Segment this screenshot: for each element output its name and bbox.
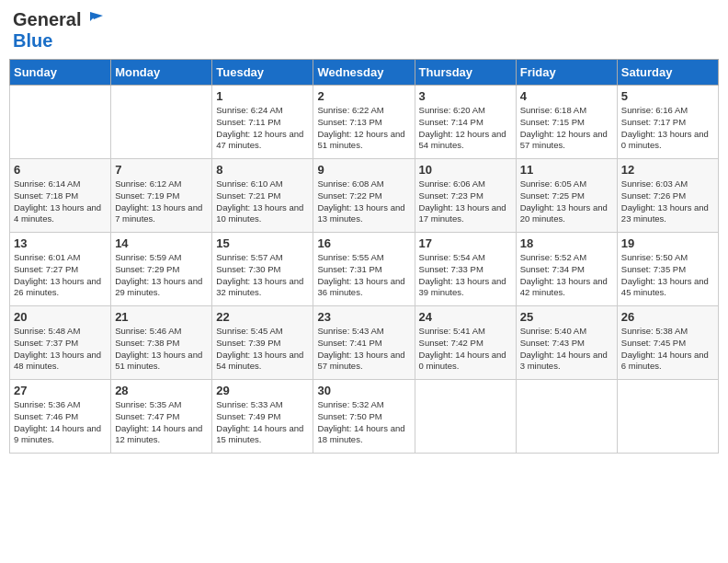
day-info: Sunrise: 6:05 AM Sunset: 7:25 PM Dayligh…: [520, 178, 613, 225]
day-info: Sunrise: 6:24 AM Sunset: 7:11 PM Dayligh…: [216, 105, 309, 152]
day-number: 3: [419, 89, 512, 103]
day-number: 16: [317, 236, 410, 250]
day-info: Sunrise: 5:46 AM Sunset: 7:38 PM Dayligh…: [115, 326, 208, 373]
day-info: Sunrise: 6:18 AM Sunset: 7:15 PM Dayligh…: [520, 105, 613, 152]
calendar-cell: 29Sunrise: 5:33 AM Sunset: 7:49 PM Dayli…: [212, 380, 313, 454]
calendar-cell: 17Sunrise: 5:54 AM Sunset: 7:33 PM Dayli…: [415, 233, 516, 306]
day-number: 4: [520, 89, 613, 103]
day-number: 8: [216, 163, 309, 177]
calendar-cell: 12Sunrise: 6:03 AM Sunset: 7:26 PM Dayli…: [617, 159, 718, 233]
day-info: Sunrise: 6:08 AM Sunset: 7:22 PM Dayligh…: [317, 178, 410, 225]
calendar-cell: 1Sunrise: 6:24 AM Sunset: 7:11 PM Daylig…: [212, 86, 313, 159]
calendar-cell: 28Sunrise: 5:35 AM Sunset: 7:47 PM Dayli…: [111, 380, 212, 454]
day-number: 9: [317, 163, 410, 177]
calendar-cell: 15Sunrise: 5:57 AM Sunset: 7:30 PM Dayli…: [212, 233, 313, 306]
day-number: 30: [317, 384, 410, 397]
day-number: 10: [419, 163, 512, 177]
day-number: 18: [520, 236, 613, 250]
day-info: Sunrise: 5:48 AM Sunset: 7:37 PM Dayligh…: [14, 326, 107, 373]
day-info: Sunrise: 6:03 AM Sunset: 7:26 PM Dayligh…: [621, 178, 714, 225]
calendar-cell: 14Sunrise: 5:59 AM Sunset: 7:29 PM Dayli…: [111, 233, 212, 306]
calendar-cell: 10Sunrise: 6:06 AM Sunset: 7:23 PM Dayli…: [415, 159, 516, 233]
day-info: Sunrise: 6:20 AM Sunset: 7:14 PM Dayligh…: [419, 105, 512, 152]
day-number: 20: [14, 310, 107, 324]
day-number: 1: [216, 89, 309, 103]
calendar-cell: [516, 380, 617, 454]
col-header-thursday: Thursday: [415, 60, 516, 86]
day-number: 21: [115, 310, 208, 324]
day-info: Sunrise: 5:52 AM Sunset: 7:34 PM Dayligh…: [520, 252, 613, 299]
day-number: 26: [621, 310, 714, 324]
calendar-cell: [10, 86, 111, 159]
calendar-cell: [617, 380, 718, 454]
calendar-cell: 23Sunrise: 5:43 AM Sunset: 7:41 PM Dayli…: [313, 306, 415, 380]
col-header-saturday: Saturday: [617, 60, 718, 86]
calendar-cell: 21Sunrise: 5:46 AM Sunset: 7:38 PM Dayli…: [111, 306, 212, 380]
calendar-cell: 9Sunrise: 6:08 AM Sunset: 7:22 PM Daylig…: [313, 159, 415, 233]
day-info: Sunrise: 5:57 AM Sunset: 7:30 PM Dayligh…: [216, 252, 309, 299]
day-number: 13: [14, 236, 107, 250]
col-header-sunday: Sunday: [10, 60, 111, 86]
day-info: Sunrise: 6:12 AM Sunset: 7:19 PM Dayligh…: [115, 178, 208, 225]
day-number: 19: [621, 236, 714, 250]
day-number: 29: [216, 384, 309, 397]
day-number: 5: [621, 89, 714, 103]
day-info: Sunrise: 6:22 AM Sunset: 7:13 PM Dayligh…: [317, 105, 410, 152]
day-info: Sunrise: 5:38 AM Sunset: 7:45 PM Dayligh…: [621, 326, 714, 373]
day-number: 12: [621, 163, 714, 177]
day-number: 11: [520, 163, 613, 177]
day-number: 6: [14, 163, 107, 177]
day-info: Sunrise: 5:41 AM Sunset: 7:42 PM Dayligh…: [419, 326, 512, 373]
calendar-cell: 30Sunrise: 5:32 AM Sunset: 7:50 PM Dayli…: [313, 380, 415, 454]
day-number: 22: [216, 310, 309, 324]
calendar-cell: 22Sunrise: 5:45 AM Sunset: 7:39 PM Dayli…: [212, 306, 313, 380]
calendar-cell: 16Sunrise: 5:55 AM Sunset: 7:31 PM Dayli…: [313, 233, 415, 306]
calendar-table: SundayMondayTuesdayWednesdayThursdayFrid…: [9, 59, 719, 454]
day-info: Sunrise: 5:40 AM Sunset: 7:43 PM Dayligh…: [520, 326, 613, 373]
calendar-cell: 4Sunrise: 6:18 AM Sunset: 7:15 PM Daylig…: [516, 86, 617, 159]
logo: General Blue: [13, 9, 103, 52]
logo-general: General: [13, 9, 81, 30]
day-info: Sunrise: 6:01 AM Sunset: 7:27 PM Dayligh…: [14, 252, 107, 299]
day-info: Sunrise: 6:10 AM Sunset: 7:21 PM Dayligh…: [216, 178, 309, 225]
calendar-cell: 25Sunrise: 5:40 AM Sunset: 7:43 PM Dayli…: [516, 306, 617, 380]
day-number: 24: [419, 310, 512, 324]
day-number: 25: [520, 310, 613, 324]
day-info: Sunrise: 5:32 AM Sunset: 7:50 PM Dayligh…: [317, 399, 410, 446]
day-number: 27: [14, 384, 107, 397]
day-info: Sunrise: 5:59 AM Sunset: 7:29 PM Dayligh…: [115, 252, 208, 299]
calendar-cell: 26Sunrise: 5:38 AM Sunset: 7:45 PM Dayli…: [617, 306, 718, 380]
calendar-cell: 6Sunrise: 6:14 AM Sunset: 7:18 PM Daylig…: [10, 159, 111, 233]
day-info: Sunrise: 5:55 AM Sunset: 7:31 PM Dayligh…: [317, 252, 410, 299]
day-info: Sunrise: 5:54 AM Sunset: 7:33 PM Dayligh…: [419, 252, 512, 299]
day-info: Sunrise: 5:45 AM Sunset: 7:39 PM Dayligh…: [216, 326, 309, 373]
calendar-cell: 18Sunrise: 5:52 AM Sunset: 7:34 PM Dayli…: [516, 233, 617, 306]
calendar-cell: [415, 380, 516, 454]
day-number: 14: [115, 236, 208, 250]
calendar-cell: 5Sunrise: 6:16 AM Sunset: 7:17 PM Daylig…: [617, 86, 718, 159]
calendar-cell: 7Sunrise: 6:12 AM Sunset: 7:19 PM Daylig…: [111, 159, 212, 233]
day-number: 28: [115, 384, 208, 397]
day-number: 2: [317, 89, 410, 103]
day-info: Sunrise: 5:43 AM Sunset: 7:41 PM Dayligh…: [317, 326, 410, 373]
calendar-cell: 27Sunrise: 5:36 AM Sunset: 7:46 PM Dayli…: [10, 380, 111, 454]
col-header-tuesday: Tuesday: [212, 60, 313, 86]
col-header-monday: Monday: [111, 60, 212, 86]
day-info: Sunrise: 6:06 AM Sunset: 7:23 PM Dayligh…: [419, 178, 512, 225]
calendar-cell: 19Sunrise: 5:50 AM Sunset: 7:35 PM Dayli…: [617, 233, 718, 306]
day-info: Sunrise: 5:50 AM Sunset: 7:35 PM Dayligh…: [621, 252, 714, 299]
logo-blue: Blue: [13, 30, 52, 51]
header: General Blue: [9, 9, 719, 52]
day-number: 17: [419, 236, 512, 250]
col-header-friday: Friday: [516, 60, 617, 86]
calendar-cell: [111, 86, 212, 159]
calendar-cell: 3Sunrise: 6:20 AM Sunset: 7:14 PM Daylig…: [415, 86, 516, 159]
calendar-cell: 24Sunrise: 5:41 AM Sunset: 7:42 PM Dayli…: [415, 306, 516, 380]
logo-bird-icon: [83, 10, 103, 27]
day-number: 7: [115, 163, 208, 177]
day-number: 23: [317, 310, 410, 324]
col-header-wednesday: Wednesday: [313, 60, 415, 86]
calendar-cell: 11Sunrise: 6:05 AM Sunset: 7:25 PM Dayli…: [516, 159, 617, 233]
day-info: Sunrise: 5:35 AM Sunset: 7:47 PM Dayligh…: [115, 399, 208, 446]
day-info: Sunrise: 6:16 AM Sunset: 7:17 PM Dayligh…: [621, 105, 714, 152]
